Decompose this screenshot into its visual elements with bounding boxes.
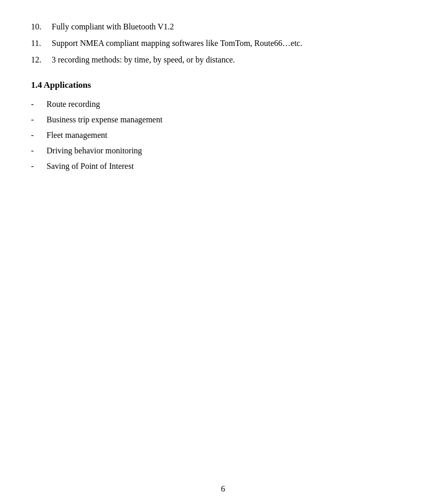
bullet-text-fleet: Fleet management: [47, 129, 415, 141]
bullet-list: - Route recording - Business trip expens…: [31, 98, 415, 172]
bullet-item-poi: - Saving of Point of Interest: [31, 160, 415, 172]
bullet-dash-4: -: [31, 145, 47, 157]
bullet-dash-2: -: [31, 114, 47, 126]
bullet-text-business-trip: Business trip expense management: [47, 114, 415, 126]
item-number-12: 12.: [31, 54, 52, 66]
list-item-10: 10. Fully compliant with Bluetooth V1.2: [31, 21, 415, 33]
bullet-text-poi: Saving of Point of Interest: [47, 160, 415, 172]
applications-section: 1.4 Applications - Route recording - Bus…: [31, 78, 415, 172]
page-content: 10. Fully compliant with Bluetooth V1.2 …: [0, 0, 446, 207]
bullet-dash-1: -: [31, 98, 47, 111]
numbered-list: 10. Fully compliant with Bluetooth V1.2 …: [31, 21, 415, 66]
item-number-10: 10.: [31, 21, 52, 33]
item-number-11: 11.: [31, 37, 52, 50]
item-text-12: 3 recording methods: by time, by speed, …: [52, 54, 415, 66]
bullet-text-driving: Driving behavior monitoring: [47, 145, 415, 157]
list-item-11: 11. Support NMEA compliant mapping softw…: [31, 37, 415, 50]
bullet-text-route-recording: Route recording: [47, 98, 415, 111]
bullet-item-business-trip: - Business trip expense management: [31, 114, 415, 126]
item-text-10: Fully compliant with Bluetooth V1.2: [52, 21, 415, 33]
section-heading: 1.4 Applications: [31, 78, 415, 92]
page-number: 6: [221, 484, 225, 494]
item-text-11: Support NMEA compliant mapping softwares…: [52, 37, 415, 50]
bullet-item-fleet: - Fleet management: [31, 129, 415, 141]
list-item-12: 12. 3 recording methods: by time, by spe…: [31, 54, 415, 66]
bullet-dash-5: -: [31, 160, 47, 172]
bullet-item-route-recording: - Route recording: [31, 98, 415, 111]
bullet-dash-3: -: [31, 129, 47, 141]
bullet-item-driving: - Driving behavior monitoring: [31, 145, 415, 157]
